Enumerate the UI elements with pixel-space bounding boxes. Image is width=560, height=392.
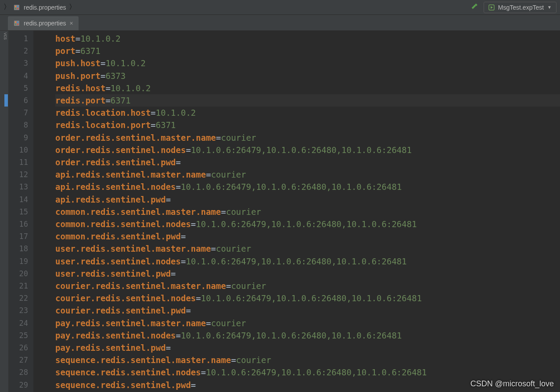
code-line[interactable]: api.redis.sentinel.pwd= [55, 193, 560, 206]
property-key: host [55, 34, 75, 43]
code-line[interactable]: api.redis.sentinel.master.name=courier [55, 168, 560, 181]
property-value: courier [236, 355, 271, 365]
property-value: 10.1.0.6:26479,10.1.0.6:26480,10.1.0.6:2… [181, 182, 402, 192]
equals-sign: = [101, 71, 105, 81]
property-key: pay.redis.sentinel.pwd [55, 343, 166, 353]
code-editor[interactable]: host=10.1.0.2port=6371push.host=10.1.0.2… [38, 31, 560, 392]
line-number: 17 [9, 230, 28, 242]
line-number: 12 [9, 168, 28, 181]
code-line[interactable]: redis.location.port=6371 [55, 119, 560, 131]
property-key: common.redis.sentinel.master.name [55, 207, 221, 217]
code-line[interactable]: push.port=6373 [55, 70, 560, 82]
code-line[interactable]: courier.redis.sentinel.master.name=couri… [55, 280, 560, 292]
gutter-marker-strip [33, 31, 38, 392]
code-line[interactable]: courier.redis.sentinel.nodes=10.1.0.6:26… [55, 292, 560, 304]
property-key: push.port [55, 71, 101, 81]
svg-rect-3 [17, 6, 18, 7]
close-tab-icon[interactable]: × [70, 20, 73, 26]
property-key: user.redis.sentinel.nodes [55, 257, 181, 266]
equals-sign: = [191, 380, 196, 390]
equals-sign: = [181, 232, 186, 241]
line-number: 22 [9, 292, 28, 304]
line-number: 18 [9, 242, 28, 255]
property-value: 10.1.0.2 [80, 34, 121, 43]
property-value: 6371 [80, 46, 101, 56]
svg-rect-7 [14, 21, 19, 26]
property-value: courier [226, 207, 261, 217]
property-value: 10.1.0.6:26479,10.1.0.6:26480,10.1.0.6:2… [201, 293, 422, 303]
line-number: 1 [9, 32, 28, 45]
equals-sign: = [186, 306, 190, 315]
code-line[interactable]: sequence.redis.sentinel.master.name=cour… [55, 354, 560, 366]
code-line[interactable]: pay.redis.sentinel.master.name=courier [55, 317, 560, 329]
editor-tab[interactable]: redis.properties × [8, 16, 79, 30]
property-key: order.redis.sentinel.nodes [55, 145, 186, 155]
breadcrumb-chevron-icon: 〉 [4, 3, 11, 12]
property-key: courier.redis.sentinel.master.name [55, 281, 226, 291]
code-line[interactable]: push.host=10.1.0.2 [55, 57, 560, 69]
code-line[interactable]: redis.port=6371 [55, 94, 560, 107]
code-line[interactable]: user.redis.sentinel.master.name=courier [55, 242, 560, 255]
equals-sign: = [176, 182, 181, 192]
code-line[interactable]: courier.redis.sentinel.pwd= [55, 304, 560, 317]
equals-sign: = [176, 331, 181, 340]
navigation-bar: 〉 redis.properties 〉 MsgTest.expTest ▼ [0, 0, 560, 15]
equals-sign: = [226, 281, 231, 291]
svg-rect-11 [17, 24, 18, 25]
property-key: common.redis.sentinel.pwd [55, 232, 181, 241]
code-line[interactable]: port=6371 [55, 45, 560, 57]
property-value: courier [231, 281, 266, 291]
test-config-icon [488, 4, 495, 11]
code-line[interactable]: sequence.redis.sentinel.nodes=10.1.0.6:2… [55, 366, 560, 378]
code-line[interactable]: host=10.1.0.2 [55, 32, 560, 45]
property-key: api.redis.sentinel.master.name [55, 170, 206, 179]
property-value: 10.1.0.2 [105, 58, 146, 68]
watermark-text: CSDN @microsoft_love [470, 379, 554, 388]
code-line[interactable]: order.redis.sentinel.pwd= [55, 156, 560, 168]
line-number: 4 [9, 70, 28, 82]
property-key: courier.redis.sentinel.nodes [55, 293, 196, 303]
equals-sign: = [206, 318, 211, 328]
equals-sign: = [176, 157, 181, 167]
code-line[interactable]: order.redis.sentinel.master.name=courier [55, 132, 560, 144]
code-line[interactable]: redis.host=10.1.0.2 [55, 82, 560, 94]
line-number: 26 [9, 342, 28, 354]
code-line[interactable]: pay.redis.sentinel.nodes=10.1.0.6:26479,… [55, 329, 560, 342]
gutter[interactable]: 1234567891011121314151617181920212223242… [9, 31, 33, 392]
equals-sign: = [186, 145, 190, 155]
equals-sign: = [75, 34, 80, 43]
property-key: push.host [55, 58, 101, 68]
property-value: courier [221, 133, 256, 143]
svg-rect-9 [15, 24, 16, 25]
property-value: 6373 [105, 71, 126, 81]
line-number: 2 [9, 45, 28, 57]
line-number: 29 [9, 379, 28, 391]
code-line[interactable]: user.redis.sentinel.pwd= [55, 267, 560, 280]
code-line[interactable]: common.redis.sentinel.master.name=courie… [55, 206, 560, 218]
build-hammer-icon[interactable] [470, 3, 478, 12]
breadcrumb[interactable]: redis.properties [13, 4, 66, 11]
run-configuration-combo[interactable]: MsgTest.expTest ▼ [484, 2, 556, 13]
svg-rect-10 [17, 21, 18, 23]
property-key: common.redis.sentinel.nodes [55, 219, 191, 229]
property-value: 10.1.0.6:26479,10.1.0.6:26480,10.1.0.6:2… [186, 257, 406, 266]
editor-area: vcs 123456789101112131415161718192021222… [0, 31, 560, 392]
left-toolwindow-stripe[interactable]: vcs [0, 31, 9, 392]
code-line[interactable]: pay.redis.sentinel.pwd= [55, 342, 560, 354]
line-number: 24 [9, 317, 28, 329]
equals-sign: = [196, 293, 201, 303]
code-line[interactable]: common.redis.sentinel.pwd= [55, 230, 560, 242]
code-line[interactable]: user.redis.sentinel.nodes=10.1.0.6:26479… [55, 255, 560, 267]
code-line[interactable]: api.redis.sentinel.nodes=10.1.0.6:26479,… [55, 181, 560, 193]
equals-sign: = [206, 170, 211, 179]
property-key: pay.redis.sentinel.master.name [55, 318, 206, 328]
equals-sign: = [105, 83, 110, 93]
code-line[interactable]: common.redis.sentinel.nodes=10.1.0.6:264… [55, 218, 560, 230]
code-line[interactable]: order.redis.sentinel.nodes=10.1.0.6:2647… [55, 144, 560, 156]
property-value: 10.1.0.2 [111, 83, 151, 93]
property-key: sequence.redis.sentinel.master.name [55, 355, 231, 365]
property-value: courier [216, 244, 251, 253]
code-line[interactable]: redis.location.host=10.1.0.2 [55, 107, 560, 119]
properties-file-icon [13, 4, 20, 11]
property-value: 10.1.0.6:26479,10.1.0.6:26480,10.1.0.6:2… [181, 331, 402, 340]
